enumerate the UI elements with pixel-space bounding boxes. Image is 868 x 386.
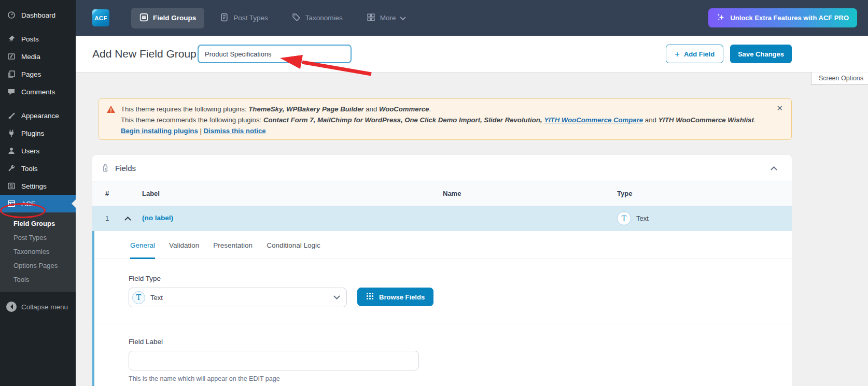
- wrench-icon: [6, 164, 17, 173]
- add-field-button[interactable]: + Add Field: [666, 45, 723, 63]
- text-type-icon: T: [132, 291, 145, 304]
- comment-bubble-icon: [6, 87, 17, 96]
- notice-actions: Begin installing plugins | Dismiss this …: [121, 125, 781, 136]
- save-changes-button[interactable]: Save Changes: [730, 45, 792, 63]
- sidebar-item-settings[interactable]: Settings: [0, 177, 76, 195]
- topbar-tab-post-types[interactable]: Post Types: [212, 8, 276, 28]
- page-title: Add New Field Group: [92, 48, 197, 60]
- paintbrush-icon: [6, 111, 17, 120]
- topbar-tab-taxonomies[interactable]: Taxonomies: [284, 8, 351, 28]
- acf-submenu: Field Groups Post Types Taxonomies Optio…: [0, 212, 76, 292]
- notice-line-2: This theme recommends the following plug…: [121, 115, 781, 125]
- field-row-label-link[interactable]: (no label): [142, 214, 173, 222]
- field-label-input[interactable]: [129, 351, 419, 370]
- field-groups-list-icon: [139, 13, 148, 23]
- grid-dots-icon: [366, 292, 374, 302]
- wp-admin-sidebar: Dashboard Posts Media Pages Comments App…: [0, 0, 76, 386]
- column-header-number: #: [105, 190, 109, 197]
- tab-conditional-logic[interactable]: Conditional Logic: [267, 241, 320, 259]
- settings-icon: [6, 181, 17, 191]
- begin-installing-plugins-link[interactable]: Begin installing plugins: [121, 127, 198, 135]
- sidebar-item-label: Dashboard: [21, 11, 55, 19]
- field-group-title-input[interactable]: [198, 45, 352, 63]
- puzzle-piece-icon: [101, 163, 110, 173]
- close-icon[interactable]: ✕: [776, 104, 783, 113]
- collapse-menu-label: Collapse menu: [21, 303, 68, 311]
- sidebar-item-label: Comments: [21, 88, 55, 96]
- sidebar-item-label: Pages: [21, 70, 41, 78]
- sidebar-item-label: ACF: [21, 200, 35, 208]
- field-type-select[interactable]: T Text: [129, 288, 347, 307]
- pages-icon: [6, 69, 17, 79]
- field-type-label: Field Type: [129, 275, 779, 282]
- fields-panel: Fields # Label Name Type 1 (no label) T …: [92, 155, 792, 386]
- submenu-item-tools[interactable]: Tools: [0, 273, 76, 287]
- tab-presentation[interactable]: Presentation: [213, 241, 253, 259]
- theme-plugins-notice: This theme requires the following plugin…: [99, 98, 792, 140]
- tab-validation[interactable]: Validation: [169, 241, 199, 259]
- sidebar-item-plugins[interactable]: Plugins: [0, 124, 76, 142]
- topbar-tab-more[interactable]: More: [358, 8, 413, 28]
- sidebar-item-users[interactable]: Users: [0, 142, 76, 160]
- sidebar-item-label: Plugins: [21, 130, 44, 137]
- submenu-item-taxonomies[interactable]: Taxonomies: [0, 245, 76, 259]
- post-types-document-icon: [220, 13, 229, 23]
- sidebar-item-comments[interactable]: Comments: [0, 83, 76, 101]
- sidebar-item-media[interactable]: Media: [0, 48, 76, 65]
- sidebar-item-pages[interactable]: Pages: [0, 65, 76, 83]
- sidebar-item-acf[interactable]: ACF: [0, 195, 76, 212]
- notice-line-1: This theme requires the following plugin…: [121, 104, 781, 115]
- browse-fields-button[interactable]: Browse Fields: [357, 288, 433, 306]
- sidebar-item-label: Tools: [21, 165, 38, 173]
- dismiss-notice-link[interactable]: Dismiss this notice: [204, 127, 266, 135]
- submenu-item-field-groups[interactable]: Field Groups: [0, 217, 76, 231]
- sidebar-item-label: Settings: [21, 182, 47, 190]
- chevron-up-icon: [771, 166, 777, 173]
- sidebar-item-dashboard[interactable]: Dashboard: [0, 6, 76, 24]
- column-header-label: Label: [142, 190, 160, 197]
- plus-icon: +: [675, 50, 680, 59]
- field-type-selected-value: Text: [150, 294, 163, 302]
- collapse-menu-button[interactable]: Collapse menu: [0, 299, 76, 314]
- user-icon: [6, 146, 17, 155]
- field-settings-editor: General Validation Presentation Conditio…: [92, 231, 792, 386]
- panel-collapse-button[interactable]: [768, 161, 779, 175]
- panel-title: Fields: [115, 164, 136, 173]
- unlock-pro-button[interactable]: Unlock Extra Features with ACF PRO: [708, 8, 857, 27]
- screen-options-tab[interactable]: Screen Options: [811, 71, 868, 85]
- submenu-item-post-types[interactable]: Post Types: [0, 231, 76, 245]
- chevron-up-icon: [124, 217, 131, 223]
- pushpin-icon: [6, 34, 17, 44]
- text-type-icon: T: [617, 211, 631, 225]
- acf-logo[interactable]: ACF: [92, 9, 109, 26]
- field-row-1[interactable]: 1 (no label) T Text: [92, 206, 792, 231]
- sidebar-item-label: Users: [21, 147, 39, 155]
- field-label-help-text: This is the name which will appear on th…: [129, 375, 779, 382]
- taxonomies-tag-icon: [292, 13, 301, 23]
- chevron-down-icon: [400, 14, 405, 20]
- acf-topbar: ACF Field Groups Post Types Taxonomies M…: [76, 0, 868, 36]
- more-grid-icon: [367, 13, 375, 23]
- field-row-number: 1: [105, 215, 109, 222]
- tab-general[interactable]: General: [130, 241, 155, 259]
- sidebar-item-appearance[interactable]: Appearance: [0, 107, 76, 124]
- warning-triangle-icon: [106, 105, 116, 136]
- field-row-collapse-toggle[interactable]: [125, 215, 130, 222]
- page-header: Add New Field Group + Add Field Save Cha…: [76, 36, 868, 72]
- sidebar-item-label: Posts: [21, 35, 39, 43]
- sidebar-item-label: Media: [21, 53, 40, 61]
- sidebar-item-posts[interactable]: Posts: [0, 30, 76, 48]
- column-header-type: Type: [617, 190, 632, 197]
- topbar-tab-field-groups[interactable]: Field Groups: [131, 8, 204, 28]
- sidebar-item-label: Appearance: [21, 112, 59, 120]
- field-row-type-label: Text: [636, 215, 649, 222]
- field-settings-tabs: General Validation Presentation Conditio…: [94, 231, 792, 259]
- fields-table-header: # Label Name Type: [92, 181, 792, 206]
- media-icon: [6, 52, 17, 61]
- collapse-arrow-icon: [6, 302, 17, 312]
- field-label-label: Field Label: [129, 338, 779, 346]
- submenu-item-options-pages[interactable]: Options Pages: [0, 259, 76, 273]
- yith-compare-link[interactable]: YITH WooCommerce Compare: [544, 116, 643, 124]
- sidebar-item-tools[interactable]: Tools: [0, 160, 76, 177]
- column-header-name: Name: [443, 190, 461, 197]
